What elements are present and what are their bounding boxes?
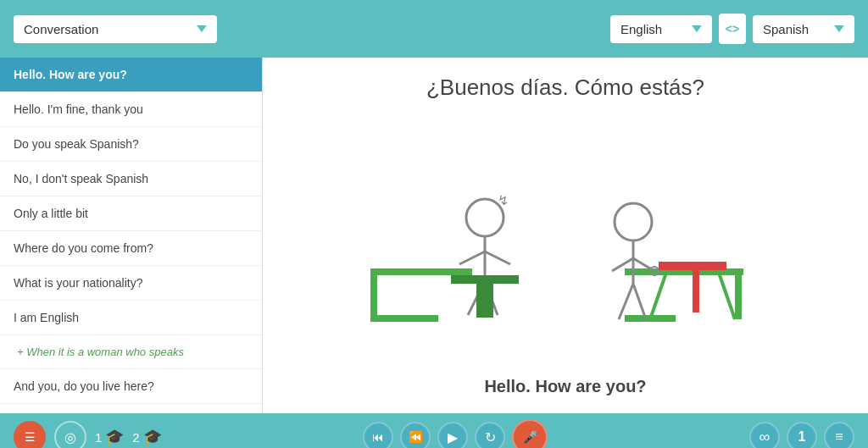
spanish-dropdown-arrow (834, 25, 844, 32)
playback-controls: ⏮ ⏪ ▶ ↻ 🎤 (170, 419, 741, 448)
sidebar: Hello. How are you? Hello. I'm fine, tha… (0, 58, 263, 413)
mic-button[interactable]: 🎤 (512, 419, 548, 448)
number-button[interactable]: 1 (787, 422, 817, 448)
language-section: English <> Spanish (610, 14, 854, 44)
conversation-label: Conversation (24, 22, 98, 36)
svg-rect-10 (451, 275, 519, 284)
content-title: ¿Buenos días. Cómo estás? (426, 75, 704, 101)
content-area: ¿Buenos días. Cómo estás? ↯ (263, 58, 868, 413)
sidebar-item-fine-thank-you[interactable]: Hello. I'm fine, thank you (0, 92, 262, 127)
sidebar-item-no-speak-spanish[interactable]: No, I don't speak Spanish (0, 162, 262, 196)
grad-cap-2-icon: 🎓 (143, 428, 162, 446)
swap-icon[interactable]: <> (719, 14, 746, 44)
level-2-button[interactable]: 2 🎓 (132, 428, 161, 446)
main-content: Hello. How are you? Hello. I'm fine, tha… (0, 58, 868, 413)
svg-rect-11 (476, 284, 493, 318)
spanish-dropdown[interactable]: Spanish (753, 15, 854, 43)
rewind-button[interactable]: ⏮ (363, 422, 393, 448)
sidebar-item-speak-spanish[interactable]: Do you speak Spanish? (0, 127, 262, 162)
svg-line-17 (650, 270, 667, 319)
loop-button[interactable]: ↻ (475, 422, 505, 448)
play-button[interactable]: ▶ (437, 422, 468, 448)
sidebar-item-live-here[interactable]: And you, do you live here? (0, 369, 262, 404)
svg-rect-15 (659, 262, 726, 270)
sidebar-item-where-come-from[interactable]: Where do you come from? (0, 231, 262, 266)
svg-line-6 (485, 252, 510, 264)
svg-line-5 (459, 252, 485, 264)
conversation-dropdown[interactable]: Conversation (14, 15, 217, 43)
svg-line-18 (718, 270, 735, 319)
scene: ↯ (280, 118, 851, 368)
conversation-dropdown-arrow (197, 25, 207, 32)
english-label: English (620, 22, 662, 36)
content-subtitle: Hello. How are you? (484, 377, 646, 396)
svg-line-24 (633, 284, 646, 319)
sidebar-item-woman-speaks[interactable]: + When it is a woman who speaks (0, 335, 262, 369)
sidebar-item-nationality[interactable]: What is your nationality? (0, 266, 262, 301)
sidebar-item-little-bit[interactable]: Only a little bit (0, 196, 262, 231)
level1-number: 1 (95, 430, 102, 445)
svg-text:↯: ↯ (498, 193, 509, 207)
english-dropdown-arrow (692, 25, 702, 32)
scene-svg: ↯ (320, 133, 811, 353)
level2-number: 2 (132, 430, 139, 445)
svg-rect-2 (370, 315, 438, 322)
grad-cap-1-icon: 🎓 (105, 428, 124, 446)
svg-rect-0 (370, 268, 472, 275)
svg-point-19 (615, 203, 652, 241)
sidebar-item-yes-live-here[interactable]: Yes, I live here (0, 404, 262, 413)
svg-rect-13 (735, 268, 742, 319)
sidebar-item-am-english[interactable]: I am English (0, 301, 262, 335)
svg-line-23 (619, 284, 633, 319)
right-controls: ∞ 1 ≡ (749, 422, 854, 448)
bottom-bar: ☰ ◎ 1 🎓 2 🎓 ⏮ ⏪ ▶ ↻ 🎤 ∞ 1 ≡ (0, 413, 868, 448)
fast-back-button[interactable]: ⏪ (400, 422, 431, 448)
target-button[interactable]: ◎ (54, 421, 86, 448)
svg-rect-16 (693, 270, 699, 312)
settings-button[interactable]: ≡ (824, 422, 854, 448)
level-1-button[interactable]: 1 🎓 (95, 428, 124, 446)
infinity-button[interactable]: ∞ (749, 422, 780, 448)
english-dropdown[interactable]: English (610, 15, 712, 43)
sidebar-item-hello-how-are-you[interactable]: Hello. How are you? (0, 58, 262, 92)
menu-button[interactable]: ☰ (14, 421, 46, 448)
spanish-label: Spanish (763, 22, 809, 36)
svg-rect-1 (370, 268, 377, 319)
top-bar: Conversation English <> Spanish (0, 0, 868, 58)
